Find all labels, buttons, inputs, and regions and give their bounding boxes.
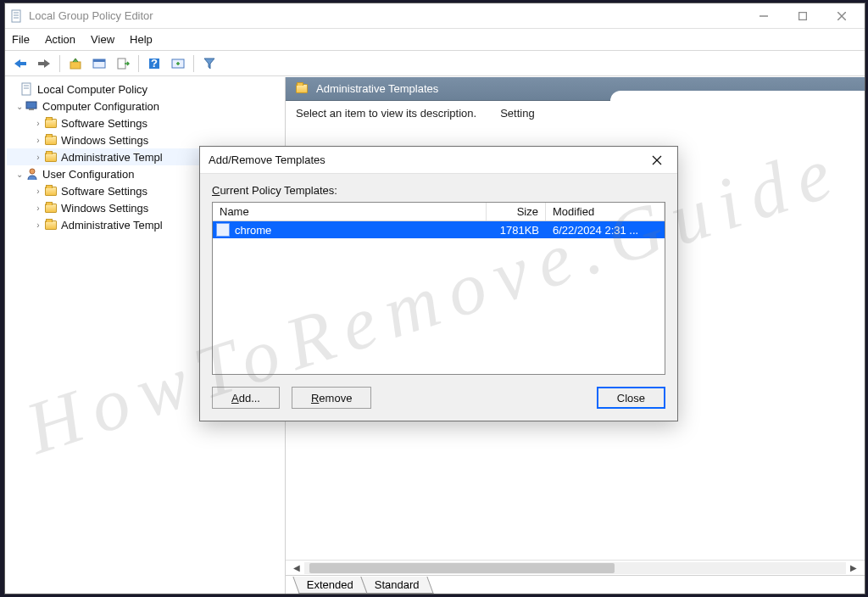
scroll-thumb[interactable] <box>309 563 615 573</box>
svg-rect-9 <box>38 62 45 65</box>
up-button[interactable] <box>65 53 86 74</box>
tab-standard[interactable]: Standard <box>360 577 433 594</box>
titlebar: Local Group Policy Editor <box>5 3 865 29</box>
current-templates-label: Current Policy Templates: <box>212 184 665 197</box>
window-title: Local Group Policy Editor <box>29 9 744 22</box>
pane-header: Administrative Templates <box>286 77 865 101</box>
svg-rect-0 <box>12 10 20 22</box>
scroll-left-icon[interactable]: ◀ <box>289 563 304 572</box>
menu-action[interactable]: Action <box>45 33 75 46</box>
menu-view[interactable]: View <box>91 33 114 46</box>
help-button[interactable]: ? <box>144 53 164 74</box>
remove-button[interactable]: Remove <box>292 387 371 409</box>
add-button[interactable]: Add... <box>212 387 280 409</box>
tree-label: User Configuration <box>42 168 134 181</box>
expand-icon[interactable]: › <box>32 187 44 196</box>
properties-button[interactable] <box>89 53 109 74</box>
toolbar-separator <box>193 55 194 72</box>
tab-extended[interactable]: Extended <box>292 577 367 594</box>
user-icon <box>25 167 39 181</box>
svg-rect-12 <box>93 59 105 62</box>
folder-icon <box>44 201 58 215</box>
forward-button[interactable] <box>34 53 54 74</box>
computer-icon <box>25 99 39 113</box>
app-icon <box>10 9 24 23</box>
export-button[interactable] <box>113 53 133 74</box>
file-icon <box>216 223 230 237</box>
options-button[interactable] <box>168 53 188 74</box>
tree-label: Local Computer Policy <box>37 83 147 96</box>
list-item[interactable]: chrome 1781KB 6/22/2024 2:31 ... <box>213 221 665 238</box>
expand-icon[interactable]: ⌄ <box>14 170 25 179</box>
svg-text:?: ? <box>151 57 158 70</box>
folder-icon <box>296 83 309 95</box>
column-setting[interactable]: Setting <box>500 107 534 120</box>
expand-icon[interactable]: ⌄ <box>14 102 25 111</box>
dialog-close-button[interactable] <box>645 148 669 172</box>
scroll-right-icon[interactable]: ▶ <box>846 563 861 572</box>
svg-rect-8 <box>19 62 26 65</box>
pane-description: Select an item to view its description. <box>296 107 476 120</box>
toolbar-separator <box>59 55 60 72</box>
maximize-button[interactable] <box>783 3 822 29</box>
tree-comp-software[interactable]: › Software Settings <box>7 114 283 131</box>
expand-icon[interactable]: › <box>32 204 44 213</box>
pane-description-row: Select an item to view its description. … <box>286 101 865 125</box>
expand-icon[interactable]: › <box>32 220 44 230</box>
svg-rect-20 <box>26 102 36 109</box>
dialog-titlebar: Add/Remove Templates <box>200 147 677 174</box>
menubar: File Action View Help <box>5 29 865 51</box>
svg-rect-10 <box>70 62 81 69</box>
minimize-button[interactable] <box>744 3 783 29</box>
tree-label: Software Settings <box>61 185 147 198</box>
column-size[interactable]: Size <box>487 203 546 220</box>
expand-icon[interactable]: › <box>32 136 44 145</box>
dialog-button-row: Add... Remove Close <box>212 387 665 409</box>
close-button[interactable] <box>822 3 861 29</box>
filter-button[interactable] <box>199 53 220 74</box>
column-modified[interactable]: Modified <box>546 203 665 220</box>
svg-rect-21 <box>29 109 34 110</box>
tree-label: Administrative Templ <box>61 151 163 164</box>
folder-icon <box>44 133 58 147</box>
tree-label: Software Settings <box>61 117 147 130</box>
tree-label: Windows Settings <box>61 134 148 147</box>
cell-modified: 6/22/2024 2:31 ... <box>546 224 665 237</box>
pane-title: Administrative Templates <box>316 82 438 95</box>
cell-size: 1781KB <box>487 224 546 237</box>
scroll-track[interactable] <box>304 562 846 574</box>
tree-label: Windows Settings <box>61 202 148 215</box>
back-button[interactable] <box>10 53 31 74</box>
tree-label: Computer Configuration <box>42 100 159 113</box>
menu-help[interactable]: Help <box>130 33 153 46</box>
tree-root[interactable]: Local Computer Policy <box>7 81 283 98</box>
dialog-body: Current Policy Templates: Name Size Modi… <box>200 174 677 421</box>
expand-icon[interactable]: › <box>32 153 44 162</box>
templates-listbox[interactable]: Name Size Modified chrome 1781KB 6/22/20… <box>212 202 665 375</box>
pane-tabs: Extended Standard <box>286 575 865 594</box>
svg-point-22 <box>30 169 35 174</box>
folder-icon <box>44 218 58 232</box>
close-icon <box>652 155 662 165</box>
folder-icon <box>44 116 58 130</box>
cell-name: chrome <box>233 224 487 237</box>
expand-icon[interactable]: › <box>32 119 44 128</box>
folder-icon <box>44 150 58 164</box>
dialog-title: Add/Remove Templates <box>209 153 645 166</box>
folder-icon <box>44 184 58 198</box>
close-dialog-button[interactable]: Close <box>597 387 665 409</box>
toolbar: ? <box>5 51 865 76</box>
add-remove-templates-dialog: Add/Remove Templates Current Policy Temp… <box>199 146 678 421</box>
menu-file[interactable]: File <box>12 33 30 46</box>
list-header: Name Size Modified <box>213 203 665 221</box>
svg-rect-17 <box>22 83 31 95</box>
column-name[interactable]: Name <box>213 203 487 220</box>
toolbar-separator <box>138 55 139 72</box>
svg-rect-5 <box>799 12 807 20</box>
horizontal-scrollbar[interactable]: ◀ ▶ <box>286 560 865 575</box>
tree-computer-config[interactable]: ⌄ Computer Configuration <box>7 98 283 114</box>
svg-rect-13 <box>118 59 125 69</box>
policy-icon <box>20 82 34 96</box>
tree-label: Administrative Templ <box>61 219 163 232</box>
